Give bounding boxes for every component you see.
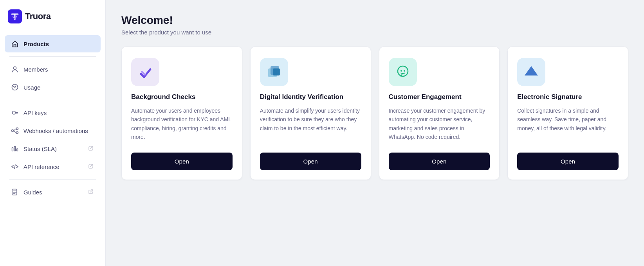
sidebar-item-members[interactable]: Members [5,61,101,78]
external-link-icon-api [88,164,94,170]
electronic-signature-icon-wrap [517,58,545,86]
svg-rect-11 [17,149,18,151]
main-content: Welcome! Select the product you want to … [106,0,644,266]
background-checks-desc: Automate your users and employees backgr… [131,106,233,142]
customer-engagement-open-button[interactable]: Open [389,153,490,170]
svg-point-17 [400,70,402,72]
svg-marker-19 [525,66,538,75]
svg-point-4 [14,87,16,88]
digital-identity-open-button[interactable]: Open [260,153,361,170]
background-checks-name: Background Checks [131,93,233,101]
sidebar-item-status-label: Status (SLA) [23,146,57,152]
svg-rect-1 [14,44,16,47]
sidebar-item-api-keys[interactable]: API keys [5,104,101,121]
svg-rect-15 [273,68,280,75]
product-card-electronic-signature: Electronic Signature Collect signatures … [507,47,628,180]
electronic-signature-icon [522,63,540,81]
svg-point-8 [16,132,18,134]
sidebar-item-guides-label: Guides [23,189,42,196]
sidebar-item-api-reference-label: API reference [23,164,60,170]
usage-icon [11,83,19,91]
svg-rect-10 [14,146,16,151]
sidebar-divider-3 [9,179,96,180]
webhooks-icon [11,127,19,135]
sidebar-item-guides[interactable]: Guides [5,183,101,201]
sidebar-item-api-keys-label: API keys [23,110,47,116]
svg-point-16 [398,66,408,76]
svg-rect-9 [12,147,13,151]
sidebar-item-members-label: Members [23,66,48,73]
customer-engagement-icon-wrap [389,58,417,86]
product-card-customer-engagement: Customer Engagement Increase your custom… [379,47,500,180]
electronic-signature-open-button[interactable]: Open [517,153,619,170]
logo-text: Truora [25,11,51,22]
sidebar-item-usage[interactable]: Usage [5,79,101,96]
digital-identity-name: Digital Identity Verification [260,93,361,101]
product-card-digital-identity: Digital Identity Verification Automate a… [250,47,371,180]
sidebar-divider-1 [9,56,96,57]
customer-engagement-icon [394,63,412,81]
customer-engagement-desc: Increase your customer engagement by aut… [389,106,490,142]
sidebar-item-webhooks-label: Webhooks / automations [23,128,88,134]
electronic-signature-desc: Collect signatures in a simple and seaml… [517,106,619,142]
svg-point-6 [12,130,14,132]
logo-area: Truora [0,0,105,31]
digital-identity-icon-wrap [260,58,288,86]
api-keys-icon [11,109,19,117]
page-title: Welcome! [121,14,628,27]
sidebar-item-products-label: Products [23,41,49,47]
svg-point-7 [16,128,18,130]
sidebar-item-status[interactable]: Status (SLA) [5,140,101,157]
electronic-signature-name: Electronic Signature [517,93,619,101]
status-icon [11,145,19,153]
page-subtitle: Select the product you want to use [121,29,628,36]
truora-logo-icon [8,9,22,23]
external-link-icon-guides [88,189,94,195]
product-card-background-checks: Background Checks Automate your users an… [121,47,242,180]
products-grid: Background Checks Automate your users an… [121,47,628,180]
external-link-icon-status [88,146,94,152]
sidebar-item-api-reference[interactable]: API reference [5,158,101,175]
svg-point-18 [404,70,405,72]
sidebar-item-usage-label: Usage [23,84,40,91]
sidebar: Truora Products Members [0,0,106,266]
customer-engagement-name: Customer Engagement [389,93,490,101]
sidebar-item-webhooks[interactable]: Webhooks / automations [5,122,101,139]
background-checks-icon-wrap [131,58,159,86]
digital-identity-desc: Automate and simplify your users identit… [260,106,361,142]
sidebar-item-products[interactable]: Products [5,35,101,52]
background-checks-icon [136,63,154,81]
sidebar-divider-2 [9,100,96,100]
sidebar-navigation: Products Members Usage [0,31,105,205]
svg-point-5 [13,111,16,114]
api-reference-icon [11,163,19,171]
home-icon [11,40,19,48]
guides-icon [11,188,19,196]
members-icon [11,65,19,73]
digital-identity-icon [265,63,283,81]
background-checks-open-button[interactable]: Open [131,153,233,170]
svg-point-2 [14,67,16,70]
